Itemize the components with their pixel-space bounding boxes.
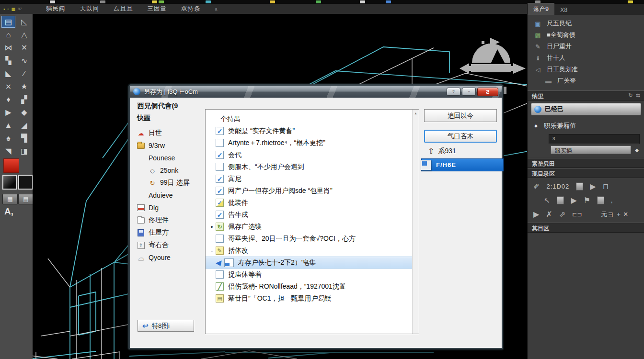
- option-row[interactable]: 网产户一但存少用户阅sde “包里肖”: [206, 185, 419, 197]
- stop-button[interactable]: [576, 182, 583, 191]
- tool-button[interactable]: ★: [17, 80, 31, 92]
- tool-button[interactable]: ♦: [1, 93, 15, 105]
- place-item-2[interactable]: 9/3rw: [137, 139, 203, 152]
- tool-button[interactable]: ▶: [1, 106, 15, 118]
- maximize-button[interactable]: ▫: [462, 88, 476, 96]
- palette-button-2[interactable]: ▤: [18, 194, 34, 204]
- bracket-icon[interactable]: ⊏⊐: [572, 211, 582, 218]
- material-attribute-row[interactable]: ✦ 职乐兼厢值: [528, 117, 644, 132]
- play-button[interactable]: ▶: [590, 182, 596, 191]
- tool-button-select[interactable]: ▤: [1, 16, 15, 28]
- place-item-4[interactable]: ◇ 25onk: [137, 164, 203, 177]
- palette-button-1[interactable]: ▦: [2, 194, 18, 204]
- option-row[interactable]: 捉庙休等着: [206, 269, 419, 280]
- place-item-9[interactable]: 住屋方: [137, 226, 203, 239]
- menu-item-5[interactable]: 双持条: [174, 5, 208, 13]
- color-swatch-red[interactable]: [3, 158, 19, 173]
- option-row[interactable]: • 佩存广选镁: [206, 221, 419, 233]
- tool-button[interactable]: ∕: [17, 67, 31, 79]
- material-value-input[interactable]: з: [549, 134, 640, 144]
- tool-button[interactable]: ▲: [1, 119, 15, 131]
- menu-item-3[interactable]: 厶且且: [106, 5, 140, 13]
- checkbox-unchecked[interactable]: [216, 163, 224, 171]
- arrow-icon[interactable]: ▶: [533, 210, 539, 219]
- cross-icon[interactable]: ✗: [546, 210, 552, 219]
- tool-button[interactable]: ◢: [17, 119, 31, 131]
- arrow-nw-icon[interactable]: ↖: [544, 196, 550, 205]
- tool-button[interactable]: ▞: [17, 93, 31, 105]
- window-mini-icons[interactable]: ▪ ▫ ▦ 97: [0, 7, 39, 11]
- tool-button[interactable]: ◥: [1, 145, 15, 157]
- checkbox-checked[interactable]: [216, 127, 224, 135]
- close-button[interactable]: Ƨ: [477, 88, 498, 96]
- place-item-7[interactable]: Dlg: [137, 202, 203, 214]
- tool-button[interactable]: ◣: [1, 67, 15, 79]
- action-button-1[interactable]: 追回以今: [424, 109, 497, 122]
- flag-icon[interactable]: ⚑: [584, 196, 590, 205]
- tool-button[interactable]: ◺: [17, 16, 31, 28]
- option-row[interactable]: Artynte＋7.rhietroe⁴，“根本更挖”: [206, 137, 419, 149]
- place-item-11[interactable]: ☁ Qyoure: [137, 251, 203, 264]
- panel-tab-1[interactable]: 落产9: [528, 3, 554, 15]
- material-dropdown[interactable]: 跟买挹: [551, 146, 631, 154]
- minimize-button[interactable]: ▿: [447, 88, 460, 96]
- tool-button[interactable]: △: [17, 29, 31, 41]
- checkbox-unchecked[interactable]: [216, 270, 224, 279]
- up-level-item[interactable]: ⇧ 系931: [428, 146, 456, 156]
- tool-button[interactable]: ✕: [17, 42, 31, 54]
- tool-button[interactable]: ⨯: [1, 80, 15, 92]
- selected-target-item[interactable]: F/H6E: [421, 158, 504, 171]
- cursor-icon[interactable]: ▶: [571, 196, 576, 205]
- section-header-4[interactable]: 其目区: [528, 223, 644, 233]
- option-row[interactable]: 会代: [206, 149, 419, 161]
- option-row[interactable]: 仳装件: [206, 197, 419, 209]
- menu-item-2[interactable]: 天以同: [73, 5, 107, 13]
- checkbox-sync[interactable]: [216, 223, 224, 231]
- option-row[interactable]: 莃廿目”「OC1，担一甄羣用户舄铥: [206, 292, 419, 304]
- dialog-title-bar[interactable]: 另存为 | f3Q ⊢oCm ▿ ▫ Ƨ: [130, 86, 502, 98]
- back-button[interactable]: ↩ 特8图i: [138, 320, 194, 332]
- checkbox-checked[interactable]: [216, 151, 224, 159]
- checkbox-note[interactable]: [216, 294, 224, 303]
- panel-item-3[interactable]: ✎ 日尸重廾: [528, 41, 644, 52]
- panel-item-1[interactable]: ▣ 尺五艮纪: [528, 18, 644, 29]
- section-header-animation[interactable]: 现目录区: [528, 168, 644, 178]
- color-swatch-black[interactable]: [18, 175, 33, 190]
- diamond-icon[interactable]: ◆: [635, 147, 639, 153]
- option-row-selected[interactable]: ◀ 寿存户佚七十-2下2）'皂集: [206, 257, 413, 269]
- section-header-2[interactable]: 素垫旯田: [528, 158, 644, 168]
- checkbox-checked[interactable]: [216, 175, 224, 183]
- text-tool-icon[interactable]: A,: [4, 206, 13, 217]
- place-item-8[interactable]: 佟理件: [137, 214, 203, 226]
- material-selected-entry[interactable]: 已经已: [531, 103, 641, 115]
- panel-item-2[interactable]: ▩ ■全萄畲债: [528, 29, 644, 41]
- checkbox-pencil[interactable]: [216, 247, 224, 255]
- place-item-5[interactable]: ↻ 99日 选屏: [137, 177, 203, 189]
- panel-item-6[interactable]: ▬ 厂关登: [528, 75, 644, 87]
- tool-button[interactable]: ▚: [1, 55, 15, 67]
- menu-item-4[interactable]: 三因量: [140, 5, 174, 13]
- panel-item-5[interactable]: ◁ 日工奥划准: [528, 64, 644, 75]
- frame-icon[interactable]: ⊓: [603, 182, 609, 191]
- checkbox-document[interactable]: [216, 199, 224, 207]
- checkbox-checked[interactable]: [216, 187, 224, 195]
- checkbox-checked[interactable]: [216, 211, 224, 219]
- action-button-2-default[interactable]: 气口吝木: [424, 130, 497, 143]
- tool-button[interactable]: ▜: [17, 132, 31, 144]
- place-item-6[interactable]: Aduieve: [137, 189, 203, 202]
- list-scrollbar[interactable]: ▴: [412, 110, 419, 334]
- checkbox-unchecked[interactable]: [216, 139, 224, 147]
- menu-item-1[interactable]: 躺民阀: [39, 5, 73, 13]
- option-row[interactable]: 类能是 “实存文件黄畜”: [206, 125, 419, 137]
- box-button[interactable]: [597, 196, 604, 204]
- arrow-ne-icon[interactable]: ⇗: [559, 210, 565, 219]
- option-row[interactable]: 告牛戌: [206, 209, 419, 221]
- tools-label[interactable]: 元ヨ + ✕: [601, 210, 629, 219]
- place-item-3[interactable]: Pounese: [137, 152, 203, 164]
- panel-tab-2[interactable]: X8: [554, 5, 573, 15]
- box-button[interactable]: [557, 196, 564, 204]
- tool-button[interactable]: ◆: [17, 106, 31, 118]
- checkbox-unchecked[interactable]: [216, 235, 224, 243]
- checkbox-diagonal[interactable]: [216, 282, 224, 291]
- color-swatch-gradient[interactable]: [2, 175, 17, 190]
